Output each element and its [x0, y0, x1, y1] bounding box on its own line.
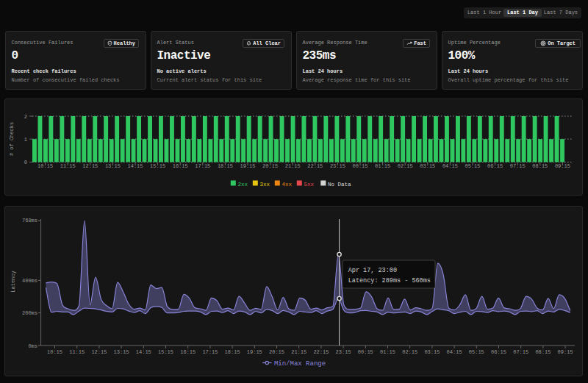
svg-text:08:15: 08:15 [532, 163, 548, 169]
svg-text:22:15: 22:15 [307, 163, 323, 169]
svg-text:05:15: 05:15 [465, 163, 480, 169]
svg-text:13:15: 13:15 [105, 163, 121, 169]
svg-text:00:15: 00:15 [358, 349, 373, 355]
svg-text:01:15: 01:15 [380, 349, 395, 355]
svg-text:09:15: 09:15 [558, 349, 573, 355]
svg-text:14:15: 14:15 [127, 163, 143, 169]
svg-text:23:15: 23:15 [330, 163, 345, 169]
svg-text:04:15: 04:15 [447, 349, 462, 355]
svg-text:200ms: 200ms [22, 310, 37, 316]
svg-text:20:15: 20:15 [262, 163, 278, 169]
svg-text:3xx: 3xx [260, 182, 270, 187]
svg-text:15:15: 15:15 [158, 349, 173, 355]
svg-text:Latency: Latency [10, 271, 16, 292]
svg-text:16:15: 16:15 [180, 349, 196, 355]
svg-text:13:15: 13:15 [114, 349, 129, 355]
svg-text:01:15: 01:15 [375, 163, 390, 169]
svg-text:22:15: 22:15 [313, 349, 329, 355]
svg-text:04:15: 04:15 [442, 163, 458, 169]
svg-text:400ms: 400ms [22, 278, 37, 284]
svg-text:14:15: 14:15 [136, 349, 151, 355]
svg-text:05:15: 05:15 [469, 349, 484, 355]
svg-text:08:15: 08:15 [535, 349, 551, 355]
svg-text:# of Checks: # of Checks [9, 122, 15, 156]
svg-text:18:15: 18:15 [218, 163, 233, 169]
svg-text:03:15: 03:15 [420, 163, 435, 169]
svg-text:15:15: 15:15 [150, 163, 165, 169]
svg-text:0: 0 [24, 160, 27, 165]
svg-text:19:15: 19:15 [247, 349, 262, 355]
svg-text:12:15: 12:15 [82, 163, 98, 169]
svg-text:23:15: 23:15 [336, 349, 351, 355]
svg-text:Apr 17, 23:00: Apr 17, 23:00 [348, 267, 397, 274]
svg-text:07:15: 07:15 [513, 349, 528, 355]
svg-text:20:15: 20:15 [269, 349, 284, 355]
svg-text:18:15: 18:15 [225, 349, 240, 355]
svg-text:11:15: 11:15 [60, 163, 76, 169]
svg-text:00:15: 00:15 [352, 163, 368, 169]
svg-text:11:15: 11:15 [69, 349, 85, 355]
svg-text:02:15: 02:15 [398, 163, 413, 169]
svg-text:4xx: 4xx [282, 182, 293, 187]
svg-text:21:15: 21:15 [285, 163, 301, 169]
svg-text:2: 2 [24, 114, 27, 120]
svg-text:17:15: 17:15 [195, 163, 210, 169]
svg-text:09:15: 09:15 [555, 163, 570, 169]
svg-text:0ms: 0ms [28, 343, 37, 349]
svg-text:16:15: 16:15 [173, 163, 188, 169]
svg-text:06:15: 06:15 [487, 163, 503, 169]
svg-text:07:15: 07:15 [510, 163, 526, 169]
svg-text:No Data: No Data [328, 182, 351, 187]
svg-text:2xx: 2xx [238, 182, 248, 187]
svg-text:17:15: 17:15 [202, 349, 218, 355]
svg-text:19:15: 19:15 [240, 163, 255, 169]
svg-text:1: 1 [24, 137, 27, 143]
svg-text:10:15: 10:15 [47, 349, 62, 355]
svg-text:06:15: 06:15 [491, 349, 506, 355]
svg-text:Min/Max Range: Min/Max Range [274, 360, 326, 368]
svg-text:21:15: 21:15 [291, 349, 306, 355]
svg-text:768ms: 768ms [22, 218, 37, 223]
svg-text:03:15: 03:15 [424, 349, 440, 355]
svg-text:10:15: 10:15 [37, 163, 53, 169]
svg-text:Latency: 289ms - 560ms: Latency: 289ms - 560ms [348, 277, 431, 284]
svg-text:02:15: 02:15 [402, 349, 417, 355]
svg-text:12:15: 12:15 [91, 349, 107, 355]
svg-text:5xx: 5xx [304, 182, 315, 187]
